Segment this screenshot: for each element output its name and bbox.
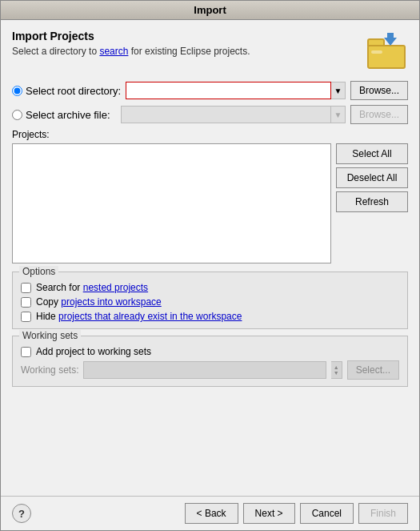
working-sets-label: Working sets: xyxy=(21,364,78,376)
footer-buttons: < Back Next > Cancel Finish xyxy=(185,503,408,524)
options-section-label: Options xyxy=(19,266,58,277)
working-sets-select-row: Working sets: ▲ ▼ Select... xyxy=(21,360,399,380)
copy-projects-row: Copy projects into workspace xyxy=(21,296,399,308)
archive-label-text: Select archive file: xyxy=(26,109,110,121)
hide-projects-row: Hide projects that already exist in the … xyxy=(21,311,399,322)
working-sets-section: Working sets Add project to working sets… xyxy=(12,336,408,387)
add-working-set-label: Add project to working sets xyxy=(36,346,151,357)
archive-input-wrap: ▼ xyxy=(121,106,346,123)
cancel-button[interactable]: Cancel xyxy=(300,503,354,524)
svg-marker-2 xyxy=(384,33,397,46)
select-all-button[interactable]: Select All xyxy=(336,143,408,164)
archive-file-input xyxy=(121,106,331,123)
root-directory-input[interactable] xyxy=(126,82,331,99)
header-text: Import Projects Select a directory to se… xyxy=(12,30,360,57)
back-button[interactable]: < Back xyxy=(185,503,238,524)
add-working-set-row: Add project to working sets xyxy=(21,346,399,357)
working-sets-inner: Add project to working sets Working sets… xyxy=(21,343,399,380)
root-input-wrap: ▼ xyxy=(126,82,346,99)
footer-left: ? xyxy=(12,504,31,523)
projects-area: Select All Deselect All Refresh xyxy=(12,143,408,263)
root-dropdown-btn[interactable]: ▼ xyxy=(331,82,346,99)
archive-dropdown-arrow-icon: ▼ xyxy=(334,111,342,119)
archive-dropdown-btn: ▼ xyxy=(331,106,346,123)
window-title: Import xyxy=(194,4,226,16)
dialog-header: Import Projects Select a directory to se… xyxy=(12,30,408,71)
projects-buttons: Select All Deselect All Refresh xyxy=(336,143,408,263)
nested-projects-label: Search for nested projects xyxy=(36,282,148,293)
copy-projects-checkbox[interactable] xyxy=(21,297,31,308)
hide-projects-checkbox[interactable] xyxy=(21,312,31,322)
copy-projects-label: Copy projects into workspace xyxy=(36,296,162,308)
nested-projects-row: Search for nested projects xyxy=(21,282,399,293)
root-label-text: Select root directory: xyxy=(26,85,121,97)
options-section: Options Search for nested projects Copy … xyxy=(12,272,408,329)
copy-link[interactable]: projects into workspace xyxy=(61,296,161,308)
next-button[interactable]: Next > xyxy=(243,503,295,524)
root-directory-row: Select root directory: ▼ Browse... xyxy=(12,81,408,100)
refresh-button[interactable]: Refresh xyxy=(336,191,408,212)
root-browse-button[interactable]: Browse... xyxy=(350,81,408,100)
import-dialog: Import Import Projects Select a director… xyxy=(0,0,420,531)
svg-rect-0 xyxy=(368,46,405,68)
svg-rect-1 xyxy=(371,50,382,54)
dropdown-arrow-icon: ▼ xyxy=(334,86,342,95)
add-working-set-checkbox[interactable] xyxy=(21,347,31,357)
working-sets-spinner: ▲ ▼ xyxy=(331,361,342,379)
hide-link[interactable]: projects that already exist in the works… xyxy=(58,311,242,322)
folder-icon-container xyxy=(366,30,408,71)
archive-radio-label[interactable]: Select archive file: xyxy=(12,109,116,121)
working-sets-input xyxy=(83,361,326,379)
projects-label: Projects: xyxy=(12,129,408,140)
projects-list[interactable] xyxy=(12,143,331,263)
working-sets-select-button: Select... xyxy=(347,360,399,380)
working-sets-section-label: Working sets xyxy=(19,330,81,341)
spinner-up-icon: ▲ xyxy=(334,364,339,370)
nested-projects-checkbox[interactable] xyxy=(21,283,31,293)
title-bar: Import xyxy=(1,1,419,20)
spinner-down-icon: ▼ xyxy=(334,370,339,376)
archive-browse-button: Browse... xyxy=(350,105,408,124)
search-link[interactable]: search xyxy=(99,46,128,57)
deselect-all-button[interactable]: Deselect All xyxy=(336,167,408,188)
archive-file-row: Select archive file: ▼ Browse... xyxy=(12,105,408,124)
dialog-footer: ? < Back Next > Cancel Finish xyxy=(1,496,419,530)
archive-radio[interactable] xyxy=(12,110,22,120)
help-button[interactable]: ? xyxy=(12,504,31,523)
dialog-content: Import Projects Select a directory to se… xyxy=(1,20,419,496)
header-title: Import Projects xyxy=(12,30,360,42)
hide-projects-label: Hide projects that already exist in the … xyxy=(36,311,242,322)
root-radio[interactable] xyxy=(12,86,22,96)
root-radio-label[interactable]: Select root directory: xyxy=(12,85,121,97)
header-subtitle: Select a directory to search for existin… xyxy=(12,46,360,57)
finish-button[interactable]: Finish xyxy=(358,503,408,524)
folder-icon xyxy=(366,30,408,71)
nested-link[interactable]: nested projects xyxy=(83,282,148,293)
options-inner: Search for nested projects Copy projects… xyxy=(21,279,399,322)
